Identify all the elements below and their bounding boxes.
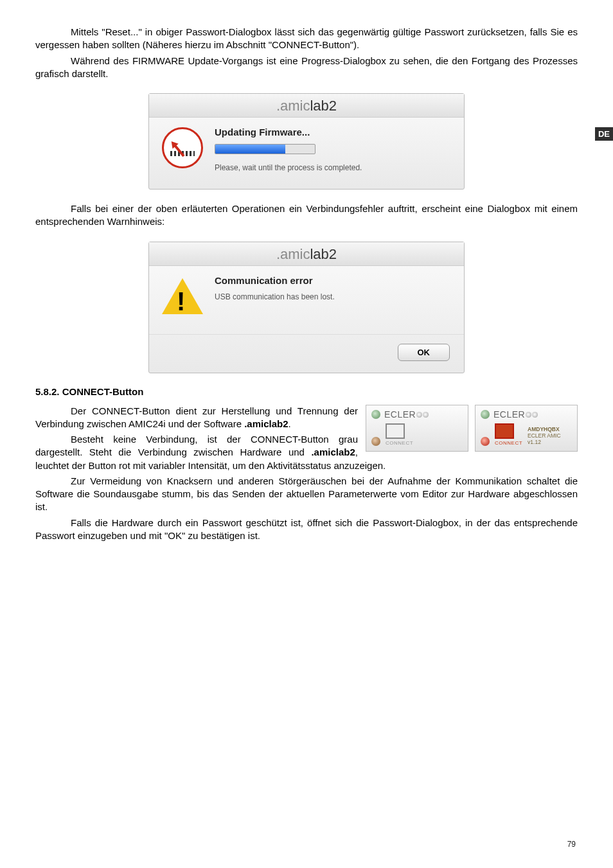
progress-bar xyxy=(215,144,315,154)
disc-icon xyxy=(481,410,490,419)
error-subtext: USB communication has been lost. xyxy=(215,292,452,301)
connect-button-disconnected[interactable] xyxy=(386,423,405,439)
warning-icon xyxy=(161,275,204,317)
section-heading: 5.8.2. CONNECT-Button xyxy=(35,386,578,397)
page-number: 79 xyxy=(567,840,576,849)
error-dialog-title: .amiclab2 xyxy=(149,242,464,266)
connect-para-4: Falls die Hardware durch ein Passwort ge… xyxy=(35,517,578,543)
connect-button-connected[interactable] xyxy=(495,423,514,439)
status-icon xyxy=(371,437,380,446)
toolbar-examples: ECLER CONNECT ECLER CONNECT xyxy=(366,405,578,452)
title-suffix: lab2 xyxy=(310,98,337,114)
progress-subtext: Please, wait until the process is comple… xyxy=(215,163,452,172)
title-suffix: lab2 xyxy=(310,246,337,262)
error-heading: Communication error xyxy=(215,275,452,286)
ecler-logo: ECLER xyxy=(384,409,429,420)
disc-icon xyxy=(371,410,380,419)
connect-para-3: Zur Vermeidung von Knacksern und anderen… xyxy=(35,475,578,514)
intro-paragraph-1: Mittels "Reset..." in obiger Passwort-Di… xyxy=(35,26,578,52)
progress-heading: Updating Firmware... xyxy=(215,127,452,137)
ok-button[interactable]: OK xyxy=(398,344,450,361)
ecler-logo: ECLER xyxy=(493,409,538,420)
error-dialog: .amiclab2 Communication error USB commun… xyxy=(148,242,465,373)
connect-label: CONNECT xyxy=(386,440,413,446)
title-prefix: .amic xyxy=(276,246,310,262)
error-intro-paragraph: Falls bei einer der oben erläuterten Ope… xyxy=(35,202,578,229)
connect-label: CONNECT xyxy=(495,440,522,446)
toolbar-connected: ECLER CONNECT AMDYHQBX ECLER AMIC v1.12 xyxy=(475,405,578,452)
progress-dialog-title: .amiclab2 xyxy=(149,94,464,118)
status-icon xyxy=(481,437,490,446)
device-info: AMDYHQBX ECLER AMIC v1.12 xyxy=(528,427,561,445)
progress-dialog: .amiclab2 Updating Firmware... Please, w… xyxy=(148,93,465,190)
intro-paragraph-2: Während des FIRMWARE Update-Vorgangs ist… xyxy=(35,55,578,81)
title-prefix: .amic xyxy=(276,98,310,114)
toolbar-disconnected: ECLER CONNECT xyxy=(366,405,468,452)
meter-icon xyxy=(161,127,204,169)
language-badge: DE xyxy=(595,127,613,141)
